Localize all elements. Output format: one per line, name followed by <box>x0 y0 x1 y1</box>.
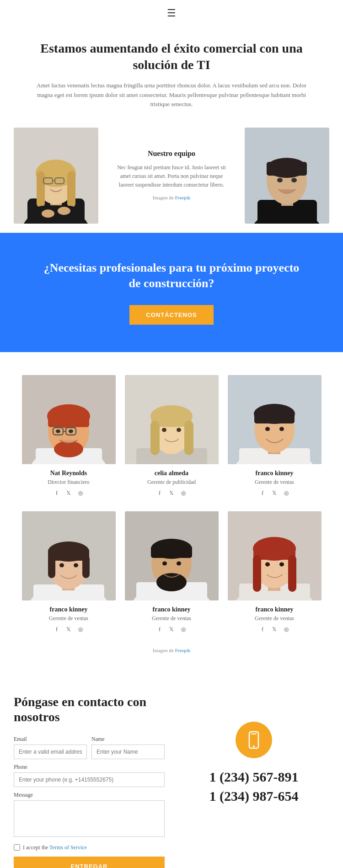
terms-checkbox[interactable] <box>14 844 20 851</box>
email-input[interactable] <box>14 745 87 759</box>
submit-button[interactable]: ENTREGAR <box>14 857 165 868</box>
svg-point-78 <box>177 561 181 565</box>
svg-point-66 <box>59 563 64 567</box>
franco1-instagram-icon[interactable]: ◎ <box>282 489 290 498</box>
svg-rect-91 <box>251 734 257 734</box>
franco4-facebook-icon[interactable]: f <box>258 626 267 634</box>
franco3-instagram-icon[interactable]: ◎ <box>179 626 188 634</box>
franco2-photo <box>22 511 116 600</box>
nat-role: Director financiero <box>22 479 116 486</box>
hero-section: Estamos aumentando el éxito comercial co… <box>0 27 343 233</box>
svg-point-14 <box>58 207 70 215</box>
team-row-1: Nat Reynolds Director financiero f 𝕏 ◎ <box>14 375 329 498</box>
celia-instagram-icon[interactable]: ◎ <box>179 489 188 498</box>
team-card-franco1: franco kinney Gerente de ventas f 𝕏 ◎ <box>228 375 322 498</box>
franco2-name: franco kinney <box>22 606 116 613</box>
svg-rect-65 <box>82 555 90 578</box>
email-group: Email <box>14 736 87 759</box>
svg-point-92 <box>253 745 255 747</box>
svg-point-22 <box>277 178 283 182</box>
svg-point-36 <box>69 429 73 433</box>
nat-photo <box>22 375 116 464</box>
nat-facebook-icon[interactable]: f <box>53 489 61 498</box>
phone-1: 1 (234) 567-891 <box>209 767 299 787</box>
message-label: Message <box>14 792 165 798</box>
franco3-name: franco kinney <box>125 606 219 613</box>
team-card-celia: celia almeda Gerente de publicidad f 𝕏 ◎ <box>125 375 219 498</box>
franco4-instagram-icon[interactable]: ◎ <box>282 626 290 634</box>
message-textarea[interactable] <box>14 800 165 837</box>
svg-point-55 <box>265 427 270 431</box>
phone-label: Phone <box>14 764 165 771</box>
contact-info: 1 (234) 567-891 1 (234) 987-654 <box>178 694 329 806</box>
celia-name: celia almeda <box>125 470 219 477</box>
franco3-facebook-icon[interactable]: f <box>155 626 164 634</box>
franco1-social: f 𝕏 ◎ <box>228 489 322 498</box>
contact-form: Póngase en contacto con nosotros Email N… <box>14 694 165 868</box>
celia-twitter-icon[interactable]: 𝕏 <box>167 489 176 498</box>
name-label: Name <box>91 736 165 743</box>
svg-point-88 <box>265 562 270 566</box>
hamburger-icon[interactable]: ☰ <box>167 7 176 19</box>
svg-rect-44 <box>150 421 160 455</box>
team-card-franco4: franco kinney Gerente de ventas f 𝕏 ◎ <box>228 511 322 634</box>
team-intro-text: Nuestro equipo Nec feugiat nisl pretium … <box>98 140 245 211</box>
franco3-role: Gerente de ventas <box>125 615 219 622</box>
name-group: Name <box>91 736 165 759</box>
grid-freepik-link[interactable]: Freepik <box>175 648 191 653</box>
franco4-twitter-icon[interactable]: 𝕏 <box>270 626 279 634</box>
nat-instagram-icon[interactable]: ◎ <box>76 489 85 498</box>
svg-point-76 <box>156 573 187 591</box>
nat-social: f 𝕏 ◎ <box>22 489 116 498</box>
terms-link[interactable]: Terms of Service <box>49 844 87 851</box>
franco1-facebook-icon[interactable]: f <box>258 489 267 498</box>
hero-title: Estamos aumentando el éxito comercial co… <box>37 40 306 74</box>
contact-section: Póngase en contacto con nosotros Email N… <box>0 671 343 868</box>
celia-facebook-icon[interactable]: f <box>155 489 164 498</box>
svg-rect-21 <box>267 162 307 176</box>
svg-rect-75 <box>151 546 192 558</box>
svg-point-67 <box>74 563 78 567</box>
email-label: Email <box>14 736 87 743</box>
navigation: ☰ <box>0 0 343 27</box>
phone-input[interactable] <box>14 772 165 787</box>
phone-2: 1 (234) 987-654 <box>209 787 299 806</box>
svg-rect-86 <box>253 555 261 592</box>
svg-point-47 <box>177 428 181 432</box>
franco4-photo <box>228 511 322 600</box>
nat-twitter-icon[interactable]: 𝕏 <box>64 489 73 498</box>
team-grid-section: Nat Reynolds Director financiero f 𝕏 ◎ <box>0 352 343 671</box>
celia-role: Gerente de publicidad <box>125 479 219 486</box>
franco3-twitter-icon[interactable]: 𝕏 <box>167 626 176 634</box>
terms-row: I accept the Terms of Service <box>14 844 165 851</box>
team-photo-right <box>245 128 329 224</box>
svg-rect-45 <box>184 421 193 455</box>
svg-point-77 <box>162 561 167 565</box>
franco4-social: f 𝕏 ◎ <box>228 626 322 634</box>
franco1-name: franco kinney <box>228 470 322 477</box>
grid-credit: Imagen de Freepik <box>14 648 329 662</box>
svg-point-46 <box>162 428 166 432</box>
name-input[interactable] <box>91 745 165 759</box>
franco3-photo <box>125 511 219 600</box>
franco2-role: Gerente de ventas <box>22 615 116 622</box>
franco4-name: franco kinney <box>228 606 322 613</box>
team-heading: Nuestro equipo <box>112 150 231 158</box>
cta-section: ¿Necesitas profesionales para tu próximo… <box>0 233 343 352</box>
svg-point-35 <box>56 429 60 433</box>
svg-point-13 <box>42 209 54 218</box>
svg-rect-87 <box>288 555 296 592</box>
team-row-2: franco kinney Gerente de ventas f 𝕏 ◎ <box>14 511 329 634</box>
contact-button[interactable]: CONTÁCTENOS <box>129 305 213 325</box>
freepik-link[interactable]: Freepik <box>175 195 191 200</box>
phone-numbers: 1 (234) 567-891 1 (234) 987-654 <box>209 767 299 806</box>
franco2-instagram-icon[interactable]: ◎ <box>76 626 85 634</box>
franco2-twitter-icon[interactable]: 𝕏 <box>64 626 73 634</box>
message-group: Message <box>14 792 165 839</box>
franco2-social: f 𝕏 ◎ <box>22 626 116 634</box>
team-credit: Imagen de Freepik <box>112 194 231 202</box>
franco1-photo <box>228 375 322 464</box>
svg-point-23 <box>291 178 297 182</box>
franco2-facebook-icon[interactable]: f <box>53 626 61 634</box>
franco1-twitter-icon[interactable]: 𝕏 <box>270 489 279 498</box>
